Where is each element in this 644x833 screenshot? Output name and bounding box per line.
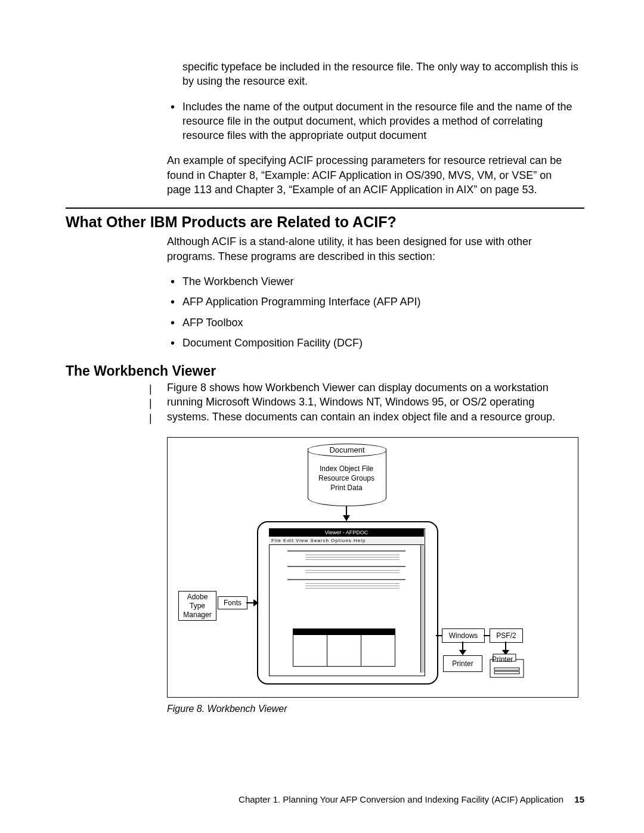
section-body: Although ACIF is a stand-alone utility, …	[167, 234, 578, 350]
page-number: 15	[574, 794, 584, 804]
intro-bullets: Includes the name of the output document…	[167, 100, 578, 143]
printer-box-a: Printer	[443, 655, 482, 672]
windows-box: Windows	[442, 628, 485, 643]
figure-8: Document Index Object File Resource Grou…	[167, 437, 578, 698]
page: specific typeface be included in the res…	[0, 0, 644, 833]
viewer-window-menubar: File Edit View Search Options Help	[269, 537, 424, 545]
intro-block: specific typeface be included in the res…	[167, 60, 578, 197]
atm-line-2: Type	[190, 602, 205, 610]
cyl-line-1: Index Object File	[320, 465, 373, 473]
workbench-paragraph: Figure 8 shows how Workbench Viewer can …	[167, 380, 578, 424]
document-cylinder-text: Index Object File Resource Groups Print …	[308, 464, 385, 493]
atm-line-3: Manager	[183, 611, 211, 619]
list-item: Document Composition Facility (DCF)	[167, 336, 578, 350]
page-footer: Chapter 1. Planning Your AFP Conversion …	[0, 794, 644, 804]
arrow-down-head-icon	[459, 650, 466, 655]
list-item: AFP Application Programming Interface (A…	[167, 295, 578, 309]
connector-line	[484, 635, 490, 636]
list-item: The Workbench Viewer	[167, 274, 578, 289]
change-bar-icon: | | |	[149, 382, 152, 425]
section-intro: Although ACIF is a stand-alone utility, …	[167, 234, 578, 264]
connector-line	[436, 635, 442, 636]
intro-continuation: specific typeface be included in the res…	[182, 60, 578, 89]
cyl-line-2: Resource Groups	[318, 474, 374, 482]
viewer-window-titlebar: Viewer - AFPDOC	[269, 528, 424, 537]
intro-example-ref: An example of specifying ACIF processing…	[167, 153, 578, 197]
atm-line-1: Adobe	[187, 593, 208, 601]
subsection-heading: The Workbench Viewer	[66, 363, 584, 379]
scrollbar-icon	[420, 545, 425, 673]
printer-b-label: Printer	[492, 655, 513, 664]
section-rule	[66, 208, 584, 209]
intro-bullet-1: Includes the name of the output document…	[167, 100, 578, 143]
arrow-down-head-icon	[343, 515, 350, 521]
arrow-right-head-icon	[253, 599, 259, 606]
cyl-line-3: Print Data	[330, 484, 362, 492]
footer-chapter-text: Chapter 1. Planning Your AFP Conversion …	[239, 794, 564, 804]
psf2-box: PSF/2	[490, 628, 523, 643]
section-heading: What Other IBM Products are Related to A…	[66, 213, 584, 231]
related-products-list: The Workbench Viewer AFP Application Pro…	[167, 274, 578, 350]
viewer-subwindow	[293, 628, 395, 667]
list-item: AFP Toolbox	[167, 315, 578, 330]
adobe-type-manager-box: Adobe Type Manager	[178, 591, 216, 621]
workbench-paragraph-wrap: | | | Figure 8 shows how Workbench Viewe…	[167, 380, 578, 424]
document-cylinder-top: Document	[308, 444, 386, 457]
figure-caption: Figure 8. Workbench Viewer	[167, 704, 584, 714]
fonts-box: Fonts	[218, 596, 247, 609]
